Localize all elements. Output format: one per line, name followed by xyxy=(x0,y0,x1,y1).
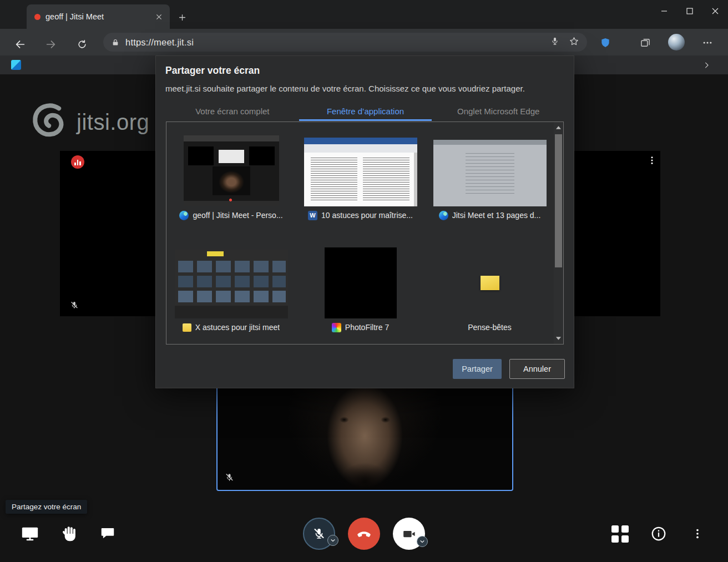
camera-options-button[interactable] xyxy=(417,536,428,547)
star-icon xyxy=(569,36,579,47)
address-bar[interactable]: https://meet.jit.si xyxy=(103,33,587,52)
edge-icon xyxy=(439,211,448,220)
plus-icon xyxy=(178,13,187,22)
recording-dot-icon xyxy=(34,14,41,20)
scrollbar-thumb[interactable] xyxy=(555,134,562,267)
profile-avatar[interactable] xyxy=(668,34,685,50)
window-title: 10 astuces pour maîtrise... xyxy=(321,211,413,220)
minimize-button[interactable] xyxy=(651,0,677,22)
bookmarks-overflow-button[interactable] xyxy=(701,60,711,70)
shield-extension-button[interactable] xyxy=(598,36,613,50)
screen-share-dialog: Partager votre écran meet.jit.si souhait… xyxy=(155,55,574,388)
minimize-icon xyxy=(661,8,668,14)
jitsi-logo-text: jitsi.org xyxy=(77,110,149,135)
new-tab-button[interactable] xyxy=(174,9,190,25)
window-thumbnail[interactable]: X astuces pour jitsi meet xyxy=(166,236,296,335)
window-preview xyxy=(325,247,397,318)
tile-menu-button[interactable] xyxy=(647,155,657,168)
tab-close-button[interactable] xyxy=(152,10,165,23)
collections-button[interactable] xyxy=(638,36,653,50)
window-preview xyxy=(433,247,547,318)
maximize-icon xyxy=(686,8,693,14)
photofiltre-icon xyxy=(332,323,341,332)
tab-application-window[interactable]: Fenêtre d’application xyxy=(299,103,432,121)
address-bar-actions xyxy=(550,36,579,49)
dialog-title: Partager votre écran xyxy=(165,65,260,77)
stickynote-preview xyxy=(481,276,499,290)
window-thumbnail[interactable]: Pense-bêtes xyxy=(425,236,554,335)
cancel-button[interactable]: Annuler xyxy=(509,359,565,379)
tile-view-button[interactable] xyxy=(608,522,632,546)
audio-bar xyxy=(74,163,76,165)
window-controls xyxy=(651,0,728,22)
browser-menu-button[interactable] xyxy=(700,36,715,50)
more-actions-button[interactable] xyxy=(685,522,710,546)
chat-icon xyxy=(99,525,116,542)
triangle-up-icon xyxy=(555,125,562,130)
browser-navbar: https://meet.jit.si xyxy=(0,29,728,55)
tab-edge-tab[interactable]: Onglet Microsoft Edge xyxy=(432,103,565,121)
window-thumbnail[interactable]: PhotoFiltre 7 xyxy=(296,236,425,335)
window-title: PhotoFiltre 7 xyxy=(345,323,389,332)
window-thumbnail[interactable]: Jitsi Meet et 13 pages d... xyxy=(425,124,554,223)
back-button[interactable] xyxy=(11,36,29,53)
audio-level-badge xyxy=(71,155,84,169)
bookmark-favicon[interactable] xyxy=(11,60,21,70)
scroll-down-button[interactable] xyxy=(554,334,563,343)
more-vertical-icon xyxy=(691,528,704,540)
window-label: Pense-bêtes xyxy=(468,320,512,335)
browser-titlebar: geoff | Jitsi Meet xyxy=(0,0,728,29)
tab-entire-screen[interactable]: Votre écran complet xyxy=(166,103,299,121)
window-preview xyxy=(175,250,288,318)
edge-icon xyxy=(179,211,189,220)
mic-muted-icon xyxy=(70,301,79,312)
lock-icon xyxy=(111,38,120,47)
close-icon xyxy=(712,8,719,14)
window-label: X astuces pour jitsi meet xyxy=(183,320,280,335)
window-preview xyxy=(184,135,279,206)
triangle-down-icon xyxy=(555,336,562,341)
active-tab-underline xyxy=(299,119,432,121)
share-screen-tooltip: Partagez votre écran xyxy=(6,500,87,514)
audio-bar xyxy=(77,160,79,165)
tab-label: Fenêtre d’application xyxy=(327,107,404,116)
window-thumbnail[interactable]: W 10 astuces pour maîtrise... xyxy=(296,124,425,223)
maximize-button[interactable] xyxy=(677,0,702,22)
voice-search-button[interactable] xyxy=(550,36,560,48)
microphone-icon xyxy=(550,36,560,46)
monitor-icon xyxy=(21,524,39,543)
close-window-button[interactable] xyxy=(702,0,728,22)
hangup-phone-icon xyxy=(356,525,372,542)
chat-button[interactable] xyxy=(95,522,120,546)
window-title: geoff | Jitsi Meet - Perso... xyxy=(193,211,282,220)
jitsi-logo: jitsi.org xyxy=(29,101,149,143)
window-preview xyxy=(433,140,547,206)
mic-options-button[interactable] xyxy=(327,535,338,546)
favorite-button[interactable] xyxy=(569,36,579,49)
window-title: Pense-bêtes xyxy=(468,323,512,332)
window-label: geoff | Jitsi Meet - Perso... xyxy=(179,207,282,223)
audio-bar xyxy=(79,161,81,165)
screenshare-button[interactable] xyxy=(18,522,42,546)
window-label: Jitsi Meet et 13 pages d... xyxy=(439,207,541,223)
share-button[interactable]: Partager xyxy=(453,359,502,379)
jitsi-swirl-icon xyxy=(29,101,71,143)
more-vertical-icon xyxy=(647,155,657,165)
raise-hand-button[interactable] xyxy=(58,522,82,546)
back-arrow-icon xyxy=(14,38,26,50)
info-icon xyxy=(650,525,667,542)
info-button[interactable] xyxy=(646,522,671,546)
hangup-button[interactable] xyxy=(348,518,380,550)
browser-tab[interactable]: geoff | Jitsi Meet xyxy=(27,4,170,29)
chevron-right-icon xyxy=(702,61,711,69)
camera-icon xyxy=(402,526,417,541)
window-thumbnail[interactable]: geoff | Jitsi Meet - Perso... xyxy=(166,124,296,223)
reload-button[interactable] xyxy=(73,36,91,53)
hand-icon xyxy=(61,525,79,543)
scrollbar[interactable] xyxy=(554,122,563,344)
forward-arrow-icon xyxy=(45,38,57,50)
forward-button[interactable] xyxy=(42,36,60,53)
window-list: geoff | Jitsi Meet - Perso... W 10 astuc… xyxy=(166,121,564,345)
window-label: W 10 astuces pour maîtrise... xyxy=(308,207,413,223)
scroll-up-button[interactable] xyxy=(554,123,563,132)
